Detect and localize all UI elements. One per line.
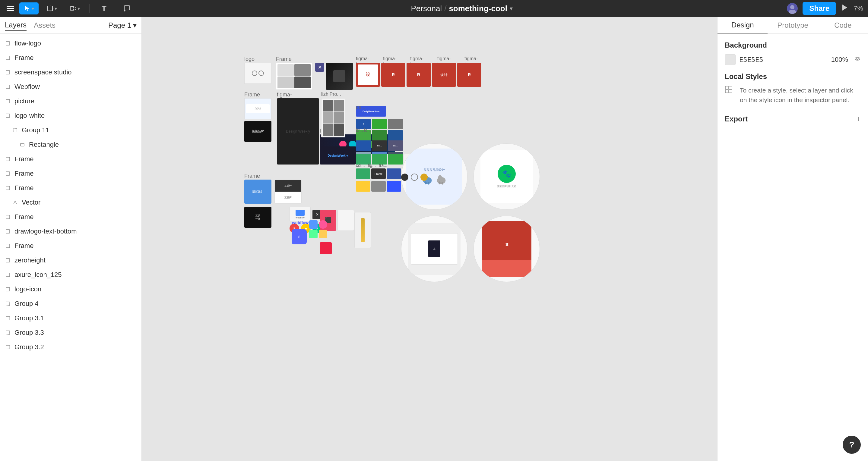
frame-icon [4, 227, 12, 236]
zoom-level[interactable]: 7% [854, 4, 863, 12]
bg-color-swatch[interactable] [725, 54, 736, 65]
layer-label: Group 3.3 [14, 329, 44, 336]
vector-icon [11, 198, 19, 207]
layer-frame-1[interactable]: Frame [0, 51, 142, 65]
svg-rect-3 [48, 6, 53, 11]
layer-flow-logo[interactable]: flow-logo [0, 36, 142, 51]
bg-opacity-value[interactable]: 100% [831, 56, 848, 64]
canvas[interactable]: logo Frame ✕ [142, 17, 717, 461]
svg-rect-15 [6, 56, 10, 60]
svg-rect-57 [725, 90, 728, 93]
avatar[interactable] [787, 3, 798, 14]
canvas-frame6-box[interactable]: 20% [244, 98, 272, 119]
svg-rect-58 [729, 90, 732, 93]
canvas-frame-grid[interactable] [276, 63, 312, 90]
canvas-small-icons [309, 220, 327, 238]
main-area: Layers Assets Page 1 ▾ flow-logo [0, 17, 868, 461]
svg-marker-13 [842, 4, 847, 10]
canvas-logo-frame[interactable] [244, 63, 272, 84]
layer-group-11[interactable]: Group 11 [0, 123, 142, 137]
svg-rect-17 [6, 85, 10, 89]
tool-frame[interactable]: ▾ [42, 2, 62, 14]
frame-icon [4, 184, 12, 192]
tab-design[interactable]: Design [717, 17, 768, 33]
frame-icon [4, 54, 12, 62]
layer-frame-4[interactable]: Frame [0, 181, 142, 195]
svg-rect-22 [6, 157, 10, 161]
layers-list: flow-logo Frame screenspace studio [0, 34, 142, 461]
bg-hex-value[interactable]: E5E5E5 [739, 56, 763, 64]
tab-code[interactable]: Code [818, 17, 868, 33]
svg-rect-55 [725, 86, 728, 89]
export-add-button[interactable]: + [856, 114, 861, 124]
layer-label: Frame [14, 170, 34, 177]
svg-rect-25 [6, 215, 10, 219]
canvas-frame-label: Frame [276, 56, 292, 62]
layer-group-33[interactable]: Group 3.3 [0, 325, 142, 340]
layer-screenspace[interactable]: screenspace studio [0, 65, 142, 79]
layer-axure[interactable]: axure_icon_125 [0, 268, 142, 282]
frame-icon [4, 169, 12, 178]
layer-webflow[interactable]: Webflow [0, 79, 142, 94]
share-button[interactable]: Share [803, 2, 836, 15]
tab-assets[interactable]: Assets [34, 20, 56, 31]
frame-icon [4, 256, 12, 265]
canvas-frame3-item2: 某设计 某品牌 [275, 179, 302, 204]
file-name[interactable]: something-cool [449, 4, 507, 13]
background-section: Background E5E5E5 100% [725, 41, 861, 65]
help-button[interactable]: ? [843, 436, 861, 454]
layer-label: Group 3.2 [14, 343, 44, 351]
layer-logo-icon[interactable]: logo-icon [0, 282, 142, 296]
page-selector-chevron: ▾ [133, 21, 136, 30]
layer-vector[interactable]: Vector [0, 195, 142, 210]
layer-frame-2[interactable]: Frame [0, 152, 142, 166]
tool-comment[interactable] [117, 2, 136, 14]
layer-label: Frame [14, 242, 34, 250]
layer-label: Frame [14, 155, 34, 163]
svg-point-54 [857, 58, 858, 60]
canvas-bottom-labels: col... fig... fra... [356, 163, 387, 168]
layer-frame-6[interactable]: Frame [0, 239, 142, 253]
right-panel-content: Background E5E5E5 100% Local Styles [717, 34, 868, 255]
layer-group-4[interactable]: Group 4 [0, 296, 142, 311]
frame-icon [4, 242, 12, 250]
frame-icon [4, 39, 12, 47]
page-selector[interactable]: Page 1 ▾ [108, 21, 136, 30]
right-panel: Design Prototype Code Background E5E5E5 … [717, 17, 868, 461]
bg-row: E5E5E5 100% [725, 54, 861, 65]
layer-logo-white[interactable]: logo-white [0, 108, 142, 123]
layer-picture[interactable]: picture [0, 94, 142, 108]
frame-icon [4, 155, 12, 163]
tool-select[interactable]: ▾ [19, 2, 39, 14]
group-icon [4, 299, 12, 308]
canvas-gray-bar [354, 212, 371, 248]
layer-label: Group 11 [22, 126, 50, 134]
svg-rect-18 [6, 99, 10, 103]
rect-icon [18, 140, 27, 149]
play-button[interactable] [841, 4, 849, 13]
tab-prototype[interactable]: Prototype [768, 17, 818, 33]
tool-text[interactable]: T [94, 2, 114, 14]
frame-icon [4, 83, 12, 91]
layer-group-32[interactable]: Group 3.2 [0, 340, 142, 354]
layer-drawlogo[interactable]: drawlogo-text-bottom [0, 224, 142, 239]
layer-rectangle[interactable]: Rectangle [0, 137, 142, 152]
group-icon [4, 328, 12, 337]
svg-point-11 [790, 5, 795, 9]
svg-rect-30 [6, 288, 10, 291]
canvas-lizhipro-grid [321, 98, 345, 137]
layer-frame-5[interactable]: Frame [0, 210, 142, 224]
canvas-figmatu-container: Design Weekly [277, 98, 319, 165]
tool-shape[interactable]: ▾ [65, 2, 85, 14]
project-separator: / [444, 4, 446, 13]
tab-layers[interactable]: Layers [5, 20, 27, 31]
visibility-icon[interactable] [854, 56, 861, 64]
svg-point-51 [438, 182, 440, 185]
menu-button[interactable] [5, 3, 16, 14]
layer-group-31[interactable]: Group 3.1 [0, 311, 142, 325]
file-chevron[interactable]: ▾ [510, 5, 513, 12]
layer-label: logo-icon [14, 285, 41, 293]
layer-frame-3[interactable]: Frame [0, 166, 142, 181]
svg-point-50 [438, 175, 442, 180]
layer-zeroheight[interactable]: zeroheight [0, 253, 142, 268]
